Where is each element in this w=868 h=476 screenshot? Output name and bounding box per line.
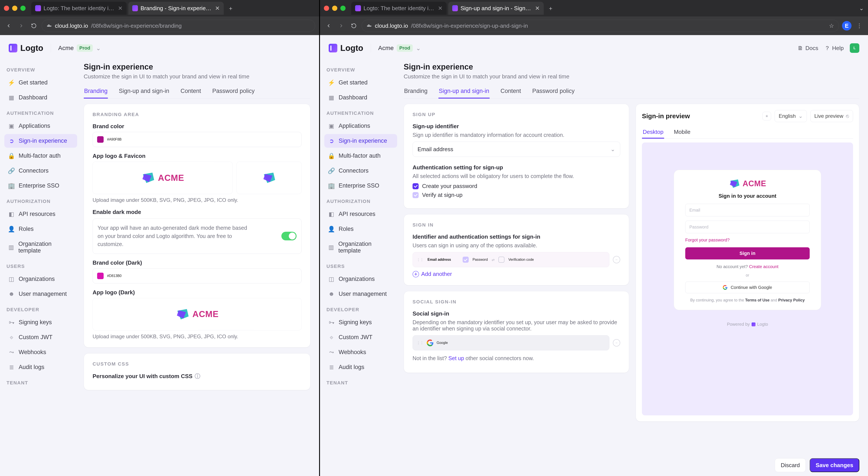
chevron-down-icon[interactable]: ⌄	[857, 3, 866, 13]
sidebar-item-connectors[interactable]: 🔗Connectors	[4, 164, 77, 178]
sidebar-item-audit-logs[interactable]: ≣Audit logs	[4, 360, 77, 374]
logo-uploader[interactable]: ACME	[93, 162, 232, 194]
logo-dark-uploader[interactable]: ACME	[93, 298, 302, 331]
sidebar-item-applications[interactable]: ▣Applications	[324, 119, 397, 133]
traffic-lights[interactable]	[4, 6, 26, 11]
maximize-window-icon[interactable]	[20, 6, 26, 11]
sidebar-item-organization-template[interactable]: ▥Organization template	[4, 237, 77, 258]
social-connector-row[interactable]: ⋮⋮ Google	[412, 335, 609, 350]
identifier-row[interactable]: ⋮⋮ Email address Password ⇄ Verification…	[412, 252, 609, 267]
sidebar-item-webhooks[interactable]: ⤳Webhooks	[4, 345, 77, 359]
address-bar[interactable]: cloud.logto.io/08fx8w/sign-in-experience…	[362, 20, 839, 32]
preview-email-input[interactable]: Email	[685, 204, 810, 216]
sidebar-item-api-resources[interactable]: ◧API resources	[324, 207, 397, 221]
sidebar-item-audit-logs[interactable]: ≣Audit logs	[324, 360, 397, 374]
preview-forgot-link[interactable]: Forgot your password?	[685, 238, 730, 243]
identifier-select[interactable]: Email address ⌄	[412, 142, 620, 157]
sidebar-item-get-started[interactable]: ⚡Get started	[324, 76, 397, 90]
swap-icon[interactable]: ⇄	[492, 258, 494, 262]
sidebar-item-custom-jwt[interactable]: ⟐Custom JWT	[324, 331, 397, 344]
checkbox-verify-signup[interactable]	[412, 192, 418, 198]
preview-signin-button[interactable]: Sign in	[685, 247, 810, 260]
drag-handle-icon[interactable]: ⋮⋮	[417, 258, 424, 262]
tab-password-policy[interactable]: Password policy	[212, 84, 255, 98]
preview-terms-link[interactable]: Terms of Use	[745, 298, 770, 302]
tab-branding[interactable]: Branding	[84, 84, 108, 98]
reload-button[interactable]	[349, 21, 359, 31]
sidebar-item-sign-in-experience[interactable]: ➲Sign-in experience	[4, 134, 77, 148]
help-link[interactable]: ？Help	[825, 44, 844, 52]
sidebar-item-user-management[interactable]: ☻User management	[324, 287, 397, 301]
sidebar-item-roles[interactable]: 👤Roles	[324, 222, 397, 236]
chrome-menu-button[interactable]: ⋮	[855, 21, 864, 31]
preview-password-input[interactable]: Password	[685, 221, 810, 233]
preview-create-account-link[interactable]: Create account	[749, 264, 778, 269]
sidebar-item-dashboard[interactable]: ▦Dashboard	[4, 91, 77, 104]
checkbox-code[interactable]	[498, 257, 504, 263]
sidebar-item-sign-in-experience[interactable]: ➲Sign-in experience	[324, 134, 397, 148]
preview-tab-desktop[interactable]: Desktop	[642, 126, 664, 138]
reload-button[interactable]	[29, 21, 39, 31]
minimize-window-icon[interactable]	[12, 6, 17, 11]
back-button[interactable]	[4, 21, 13, 31]
tab-password-policy[interactable]: Password policy	[532, 84, 575, 98]
sidebar-item-signing-keys[interactable]: 🗝Signing keys	[324, 315, 397, 329]
app-logo[interactable]: Logto	[329, 43, 363, 53]
new-tab-button[interactable]: ＋	[225, 3, 236, 13]
forward-button[interactable]	[17, 21, 26, 31]
sidebar-item-roles[interactable]: 👤Roles	[4, 222, 77, 236]
tab-signup-signin[interactable]: Sign-up and sign-in	[118, 84, 170, 98]
close-tab-icon[interactable]: ✕	[118, 5, 123, 12]
save-changes-button[interactable]: Save changes	[810, 458, 859, 472]
sidebar-item-organizations[interactable]: ◫Organizations	[324, 272, 397, 286]
preview-tab-mobile[interactable]: Mobile	[673, 126, 691, 138]
traffic-lights[interactable]	[324, 6, 346, 11]
maximize-window-icon[interactable]	[340, 6, 346, 11]
remove-social-button[interactable]: –	[613, 339, 620, 346]
preview-privacy-link[interactable]: Privacy Policy	[778, 298, 805, 302]
address-bar[interactable]: cloud.logto.io/08fx8w/sign-in-experience…	[42, 20, 315, 32]
remove-row-button[interactable]: –	[613, 256, 620, 263]
sidebar-item-custom-jwt[interactable]: ⟐Custom JWT	[4, 331, 77, 344]
checkbox-password[interactable]	[463, 257, 469, 263]
forward-button[interactable]	[336, 21, 346, 31]
set-up-link[interactable]: Set up	[448, 355, 464, 361]
tab-branding[interactable]: Branding	[404, 84, 428, 98]
info-icon[interactable]: ⓘ	[195, 372, 200, 380]
dark-mode-toggle[interactable]	[281, 232, 297, 240]
sidebar-item-applications[interactable]: ▣Applications	[4, 119, 77, 133]
sidebar-item-enterprise-sso[interactable]: 🏢Enterprise SSO	[4, 179, 77, 193]
docs-link[interactable]: 🗎Docs	[798, 45, 818, 52]
bookmark-icon[interactable]: ☆	[829, 23, 834, 29]
back-button[interactable]	[324, 21, 333, 31]
live-preview-button[interactable]: Live preview⎋	[810, 110, 853, 122]
sidebar-item-signing-keys[interactable]: 🗝Signing keys	[4, 315, 77, 329]
app-logo[interactable]: Logto	[9, 43, 43, 53]
drag-handle-icon[interactable]: ⋮⋮	[417, 341, 424, 345]
tab-signup-signin[interactable]: Sign-up and sign-in	[438, 84, 490, 98]
tenant-switcher[interactable]: Acme Prod ⌄	[378, 44, 421, 52]
tab-content[interactable]: Content	[180, 84, 202, 98]
browser-tab[interactable]: Logto: The better identity inf… ✕	[351, 2, 446, 15]
user-avatar[interactable]: L	[850, 43, 859, 53]
browser-tab-active[interactable]: Branding - Sign-in experienc… ✕	[128, 2, 224, 15]
add-another-link[interactable]: + Add another	[412, 271, 620, 277]
close-tab-icon[interactable]: ✕	[535, 5, 540, 12]
sidebar-item-user-management[interactable]: ☻User management	[4, 287, 77, 301]
sidebar-item-api-resources[interactable]: ◧API resources	[4, 207, 77, 221]
language-select[interactable]: English⌄	[775, 110, 807, 122]
brand-color-dark-input[interactable]: #D813B0	[93, 268, 302, 283]
sidebar-item-organizations[interactable]: ◫Organizations	[4, 272, 77, 286]
close-window-icon[interactable]	[4, 6, 9, 11]
sidebar-item-organization-template[interactable]: ▥Organization template	[324, 237, 397, 258]
tenant-switcher[interactable]: Acme Prod ⌄	[58, 44, 101, 52]
discard-button[interactable]: Discard	[775, 458, 806, 472]
brand-color-input[interactable]: #A90F8B	[93, 132, 302, 147]
tab-content[interactable]: Content	[500, 84, 522, 98]
minimize-window-icon[interactable]	[332, 6, 337, 11]
browser-tab[interactable]: Logto: The better identity inf… ✕	[31, 2, 127, 15]
sidebar-item-mfa[interactable]: 🔒Multi-factor auth	[4, 149, 77, 163]
sidebar-item-connectors[interactable]: 🔗Connectors	[324, 164, 397, 178]
close-window-icon[interactable]	[324, 6, 329, 11]
sidebar-item-dashboard[interactable]: ▦Dashboard	[324, 91, 397, 104]
